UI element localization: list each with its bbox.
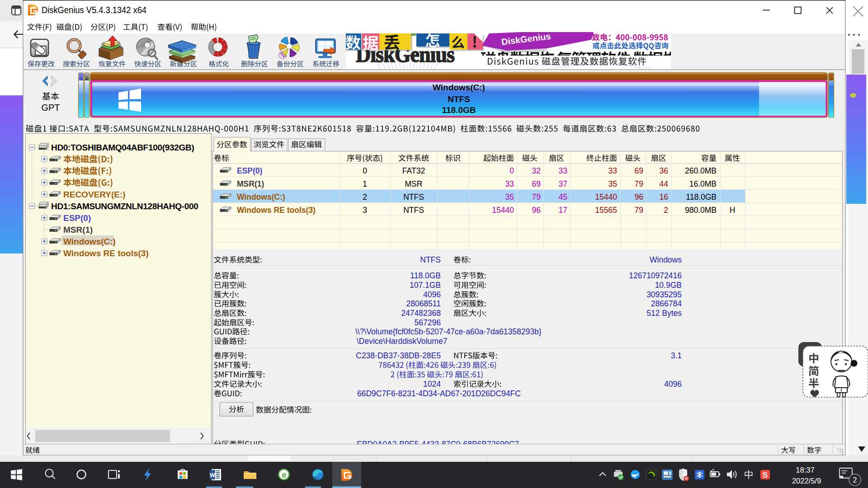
svg-text:NTFS: NTFS [448, 94, 470, 104]
svg-text:2: 2 [853, 476, 857, 484]
svg-text:2: 2 [363, 192, 367, 202]
svg-text:3: 3 [363, 206, 367, 215]
svg-text:Windows(C:): Windows(C:) [63, 237, 116, 246]
svg-text:16.0MB: 16.0MB [689, 179, 717, 188]
svg-text:DiskGenius V5.4.3.1342 x64: DiskGenius V5.4.3.1342 x64 [42, 5, 146, 15]
svg-text:4096: 4096 [423, 290, 441, 299]
svg-text:35: 35 [505, 192, 514, 202]
svg-text:79: 79 [635, 206, 643, 215]
svg-text:HD1:SAMSUNGMZNLN128HAHQ-000: HD1:SAMSUNGMZNLN128HAHQ-000 [51, 202, 198, 211]
svg-text:HD0:TOSHIBAMQ04ABF100(932GB): HD0:TOSHIBAMQ04ABF100(932GB) [51, 143, 194, 152]
svg-text:118.0GB: 118.0GB [686, 192, 717, 202]
svg-text:1: 1 [363, 179, 367, 188]
svg-text:2022/5/9: 2022/5/9 [792, 477, 821, 485]
svg-text:96: 96 [532, 206, 541, 215]
svg-text:3.1: 3.1 [671, 351, 682, 360]
svg-text:512 Bytes: 512 Bytes [646, 309, 682, 318]
svg-text:FAT32: FAT32 [402, 166, 425, 175]
svg-text:MSR(1): MSR(1) [237, 179, 264, 188]
svg-text:ESP(0): ESP(0) [63, 213, 91, 223]
svg-text:36: 36 [660, 166, 668, 175]
svg-text:118.0GB: 118.0GB [410, 271, 441, 280]
svg-text:Windows: Windows [650, 255, 682, 264]
svg-text:GPT: GPT [41, 103, 60, 113]
svg-text:107.1GB: 107.1GB [410, 281, 441, 290]
svg-text:ESP(0): ESP(0) [237, 166, 262, 175]
svg-text:28068511: 28068511 [406, 299, 441, 308]
svg-text:Windows RE tools(3): Windows RE tools(3) [237, 206, 316, 215]
svg-text:33: 33 [609, 166, 617, 175]
svg-text:0: 0 [509, 166, 514, 175]
svg-text:33: 33 [559, 166, 567, 175]
svg-text:e: e [282, 470, 287, 479]
svg-text:MSR: MSR [405, 179, 423, 188]
svg-text:45: 45 [559, 192, 567, 202]
svg-text:980.0MB: 980.0MB [685, 206, 717, 215]
svg-text:Windows RE tools(3): Windows RE tools(3) [63, 249, 149, 258]
svg-text:15440: 15440 [595, 192, 617, 202]
svg-text:35: 35 [609, 179, 617, 188]
svg-text:NTFS: NTFS [420, 255, 441, 264]
svg-text:247482368: 247482368 [401, 309, 441, 318]
svg-text:33: 33 [505, 179, 514, 188]
svg-text:44: 44 [660, 179, 669, 188]
svg-text:W: W [210, 472, 216, 479]
svg-text:96: 96 [635, 192, 643, 202]
svg-text:17: 17 [559, 206, 567, 215]
svg-text:567296: 567296 [415, 318, 441, 327]
svg-text:18:37: 18:37 [796, 466, 814, 474]
svg-text:RECOVERY(E:): RECOVERY(E:) [63, 190, 126, 199]
svg-text:Windows(C:): Windows(C:) [237, 192, 285, 202]
svg-text:30935295: 30935295 [646, 290, 682, 299]
svg-text:15565: 15565 [595, 206, 617, 215]
svg-text:\Device\HarddiskVolume7: \Device\HarddiskVolume7 [357, 337, 447, 346]
svg-text:2866784: 2866784 [651, 299, 682, 308]
svg-text:MSR(1): MSR(1) [63, 225, 93, 235]
svg-text:69: 69 [532, 179, 541, 188]
svg-text:Windows(C:): Windows(C:) [433, 83, 485, 92]
svg-text:79: 79 [532, 192, 541, 202]
svg-text:126710972416: 126710972416 [629, 271, 682, 280]
svg-text:NTFS: NTFS [403, 206, 424, 215]
svg-text:66D9C7F6-8231-4D34-AD67-201D26: 66D9C7F6-8231-4D34-AD67-201D26DC94FC [357, 389, 521, 398]
svg-text:10.9GB: 10.9GB [655, 281, 682, 290]
svg-text:S: S [763, 471, 768, 479]
svg-text:1024: 1024 [423, 380, 441, 389]
svg-text:H: H [730, 206, 736, 215]
svg-text:260.0MB: 260.0MB [685, 166, 717, 175]
svg-text:0: 0 [363, 166, 367, 175]
svg-text:37: 37 [559, 179, 567, 188]
svg-text:32: 32 [532, 166, 541, 175]
svg-text:69: 69 [635, 166, 643, 175]
svg-text:NTFS: NTFS [403, 192, 424, 202]
svg-text:C238-DB37-38DB-28E5: C238-DB37-38DB-28E5 [356, 351, 441, 360]
svg-text:79: 79 [635, 179, 643, 188]
svg-text:16: 16 [660, 192, 668, 202]
svg-text:118.0GB: 118.0GB [442, 105, 476, 115]
svg-text:\\?\Volume{fcf0fc5b-5207-47ce-: \\?\Volume{fcf0fc5b-5207-47ce-a60a-7da61… [355, 327, 542, 336]
svg-text:4096: 4096 [664, 380, 682, 389]
svg-text:15440: 15440 [492, 206, 514, 215]
svg-text:2: 2 [664, 206, 668, 215]
